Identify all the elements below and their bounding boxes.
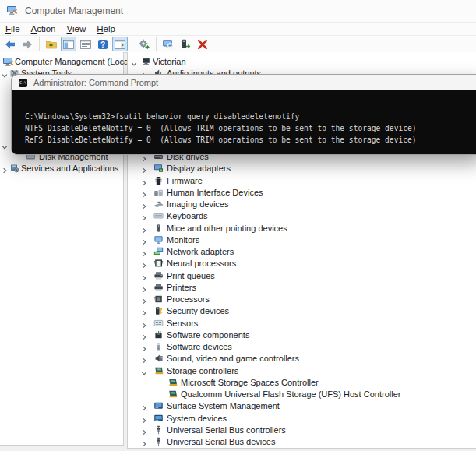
tree-item-storage-controllers[interactable]: Storage controllers: [128, 365, 476, 377]
tree-item-monitors[interactable]: Monitors: [128, 234, 476, 246]
enable-device-icon: [179, 38, 192, 51]
update-driver-button[interactable]: [136, 37, 152, 51]
title-bar: Computer Management: [0, 0, 476, 22]
tree-item-processors[interactable]: Processors: [128, 294, 476, 305]
command-prompt-title-bar[interactable]: C:\ Administrator: Command Prompt: [12, 75, 476, 90]
console-tree-icon: [62, 38, 75, 51]
tree-item-display-adapters[interactable]: Display adapters: [128, 163, 476, 174]
tree-item-label: Computer Management (Local): [15, 56, 133, 68]
tree-item-software-devices[interactable]: Software devices: [128, 341, 476, 353]
tree-item-label: Universal Serial Bus controllers: [167, 425, 286, 436]
tree-item-label: Print queues: [167, 270, 215, 282]
menu-action[interactable]: Action: [26, 24, 62, 33]
tree-item-sound-video-and-game-controllers[interactable]: Sound, video and game controllers: [128, 353, 476, 365]
tree-item-label: Human Interface Devices: [167, 187, 263, 199]
chevron-right-icon[interactable]: [2, 165, 8, 177]
tree-item-label: Storage controllers: [167, 365, 238, 377]
tree-item-universal-serial-bus-devices[interactable]: Universal Serial Bus devices: [128, 436, 476, 448]
action-pane-icon: [114, 38, 126, 51]
neural-icon: [153, 259, 164, 271]
help-button[interactable]: ?: [95, 37, 111, 51]
show-hide-action-pane-button[interactable]: [112, 37, 128, 51]
update-driver-icon: [138, 38, 150, 51]
command-prompt-output[interactable]: C:\Windows\System32>fsutil behavior quer…: [12, 90, 476, 146]
toolbar-separator: [39, 37, 40, 51]
tree-item-computer-management-local[interactable]: Computer Management (Local): [0, 56, 123, 68]
tree-item-human-interface-devices[interactable]: Human Interface Devices: [128, 187, 476, 199]
services-icon: [9, 164, 19, 176]
tree-item-victorian[interactable]: Victorian: [128, 56, 476, 68]
tree-item-label: Keyboards: [167, 210, 208, 222]
tree-item-system-devices[interactable]: System devices: [128, 413, 476, 425]
terminal-line: C:\Windows\System32>fsutil behavior quer…: [25, 111, 476, 123]
terminal-line: ReFS DisableDeleteNotify = 0 (Allows TRI…: [25, 135, 476, 146]
chevron-down-icon[interactable]: [2, 70, 8, 82]
tree-item-print-queues[interactable]: Print queues: [128, 270, 476, 282]
tree-item-label: Sensors: [167, 318, 198, 329]
display-icon: [153, 164, 164, 176]
tree-item-network-adapters[interactable]: Network adapters: [128, 246, 476, 258]
tree-item-label: Software components: [167, 329, 249, 341]
tree-item-label: Display adapters: [167, 163, 231, 174]
folder-up-icon: [45, 38, 58, 51]
usb-icon: [153, 437, 164, 449]
menu-help[interactable]: Help: [91, 24, 121, 33]
tree-item-label: Neural processors: [167, 258, 236, 270]
tree-item-label: Firmware: [167, 175, 203, 187]
tree-item-imaging-devices[interactable]: Imaging devices: [128, 199, 476, 210]
svg-text:?: ?: [100, 41, 105, 49]
terminal-line: NTFS DisableDeleteNotify = 0 (Allows TRI…: [25, 123, 476, 135]
tree-item-label: Victorian: [153, 56, 186, 68]
window-title: Computer Management: [25, 5, 123, 16]
tree-item-label: Microsoft Storage Spaces Controller: [181, 377, 319, 389]
tree-item-neural-processors[interactable]: Neural processors: [128, 258, 476, 270]
export-list-button[interactable]: [78, 37, 93, 51]
security-icon: [153, 306, 164, 319]
menu-file[interactable]: File: [0, 24, 26, 33]
tree-item-mice-and-other-pointing-devices[interactable]: Mice and other pointing devices: [128, 223, 476, 234]
computer-management-window: Computer Management FileActionViewHelp ?…: [0, 0, 476, 451]
tree-item-surface-system-management[interactable]: Surface System Management: [128, 400, 476, 412]
computer-management-app-icon: [6, 5, 19, 16]
tree-item-services-and-applications[interactable]: Services and Applications: [0, 163, 123, 174]
tree-item-label: Mice and other pointing devices: [167, 223, 287, 234]
uninstall-device-icon: [196, 38, 209, 51]
sound-icon: [153, 354, 164, 366]
tree-item-printers[interactable]: Printers: [128, 282, 476, 294]
chevron-right-icon[interactable]: [141, 439, 147, 449]
menu-view[interactable]: View: [62, 24, 92, 33]
tree-item-firmware[interactable]: Firmware: [128, 175, 476, 187]
back-button[interactable]: [2, 37, 18, 51]
tree-item-universal-serial-bus-controllers[interactable]: Universal Serial Bus controllers: [128, 425, 476, 436]
toolbar: ?: [0, 35, 476, 53]
command-prompt-icon: C:\: [19, 79, 27, 87]
tree-item-security-devices[interactable]: Security devices: [128, 305, 476, 317]
forward-button[interactable]: [19, 37, 35, 51]
uninstall-device-button[interactable]: [195, 37, 210, 51]
tree-item-software-components[interactable]: Software components: [128, 329, 476, 341]
command-prompt-window[interactable]: C:\ Administrator: Command Prompt C:\Win…: [11, 74, 476, 155]
command-prompt-title: Administrator: Command Prompt: [33, 78, 158, 87]
enable-device-button[interactable]: [178, 37, 193, 51]
tree-item-qualcomm-universal-flash-storage-ufs-host-controller[interactable]: Qualcomm Universal Flash Storage (UFS) H…: [128, 389, 476, 400]
tree-item-label: Universal Serial Bus devices: [167, 436, 275, 448]
keyboard-icon: [153, 211, 164, 224]
system-devices-icon: [153, 401, 164, 414]
forward-icon: [21, 38, 33, 51]
tree-item-label: Monitors: [167, 234, 199, 246]
up-one-level-button[interactable]: [44, 37, 59, 51]
tree-item-microsoft-storage-spaces-controller[interactable]: Microsoft Storage Spaces Controller: [128, 377, 476, 389]
show-hide-console-tree-button[interactable]: [61, 37, 76, 51]
tree-item-label: Qualcomm Universal Flash Storage (UFS) H…: [181, 389, 400, 400]
tree-item-label: Sound, video and game controllers: [167, 353, 299, 365]
tree-item-label: Network adapters: [167, 246, 234, 258]
tree-item-keyboards[interactable]: Keyboards: [128, 210, 476, 222]
tree-item-sensors[interactable]: Sensors: [128, 318, 476, 329]
help-icon: ?: [97, 38, 109, 51]
toolbar-separator: [132, 37, 132, 51]
tree-item-label: Security devices: [167, 305, 229, 317]
menu-bar: FileActionViewHelp: [0, 22, 476, 35]
tree-item-label: Software devices: [167, 341, 232, 353]
scan-hardware-changes-button[interactable]: [160, 37, 176, 51]
tree-item-label: System devices: [167, 413, 227, 425]
